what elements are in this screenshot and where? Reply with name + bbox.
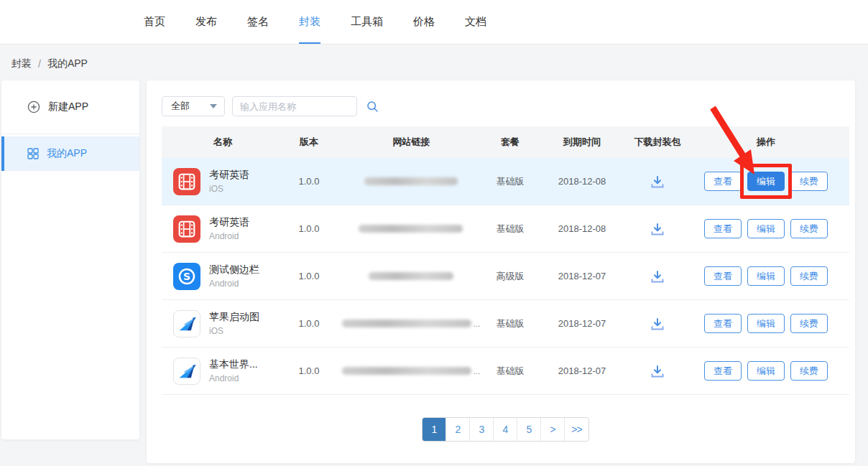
renew-button[interactable]: 续费 (790, 266, 828, 286)
grid-icon (27, 148, 39, 159)
renew-button[interactable]: 续费 (790, 314, 828, 333)
table-row[interactable]: S 测试侧边栏 Android 1.0.0 高级版 2018-12-07 (162, 253, 849, 300)
renew-button[interactable]: 续费 (790, 172, 828, 191)
search-icon[interactable] (366, 101, 379, 113)
renew-button[interactable]: 续费 (790, 219, 828, 238)
edit-button[interactable]: 编辑 (747, 361, 785, 381)
table-column-header: 版本 (284, 136, 334, 149)
s-browser-app-icon: S (173, 263, 200, 290)
view-button[interactable]: 查看 (704, 314, 742, 333)
table-column-header: 套餐 (489, 136, 532, 149)
app-platform: iOS (209, 326, 259, 336)
edit-button[interactable]: 编辑 (747, 172, 785, 191)
nav-tab-label: 发布 (195, 15, 217, 29)
app-name-cell: 考研英语 Android (162, 215, 284, 243)
download-icon[interactable] (650, 222, 665, 236)
renew-button[interactable]: 续费 (790, 361, 828, 381)
masked-url-trail: ... (473, 366, 480, 376)
sidebar-item-my-app[interactable]: 我的APP (1, 136, 139, 171)
version-cell: 1.0.0 (284, 223, 334, 234)
edit-button-highlight-box: 编辑 (747, 314, 785, 333)
app-name: 考研英语 (209, 216, 249, 229)
app-platform: Android (209, 279, 259, 289)
view-button[interactable]: 查看 (704, 266, 742, 286)
search-input[interactable] (240, 101, 366, 112)
download-icon[interactable] (650, 364, 665, 378)
top-navigation: 首页 发布 签名 封装 工具箱 价格 文档 (0, 0, 868, 45)
view-button[interactable]: 查看 (704, 172, 742, 191)
version-cell: 1.0.0 (284, 271, 334, 281)
pagination-page-button[interactable]: 1 (423, 418, 446, 441)
main-panel: 全部 名称版本网站链接套餐到期时间下载封装包操作 (147, 80, 855, 463)
filter-dropdown-value: 全部 (171, 100, 190, 113)
nav-tab[interactable]: 工具箱 (351, 0, 383, 44)
edit-button-highlight-box: 编辑 (740, 164, 792, 199)
app-platform: iOS (209, 184, 249, 194)
version-cell: 1.0.0 (284, 176, 334, 187)
app-name-block: 测试侧边栏 Android (209, 264, 259, 289)
pagination-page-button[interactable]: 2 (446, 418, 470, 441)
table-row[interactable]: 基本世界... Android 1.0.0 ... 基础版 2018-12-07… (162, 348, 849, 395)
filter-dropdown[interactable]: 全部 (162, 96, 225, 116)
app-platform: Android (209, 373, 258, 383)
nav-tab[interactable]: 文档 (465, 0, 486, 44)
film-app-icon (173, 215, 200, 243)
app-name: 基本世界... (209, 358, 258, 371)
actions-cell: 查看 编辑 续费 (683, 172, 849, 191)
pagination-page-button[interactable]: 4 (494, 418, 517, 441)
table-row[interactable]: 考研英语 Android 1.0.0 基础版 2018-12-08 查看 编辑 (162, 205, 849, 253)
download-icon[interactable] (650, 174, 665, 189)
edit-button-highlight-box: 编辑 (747, 219, 785, 238)
breadcrumb-item-package[interactable]: 封装 (11, 57, 32, 70)
view-button[interactable]: 查看 (704, 219, 742, 238)
edit-button[interactable]: 编辑 (747, 266, 785, 286)
app-name-cell: 基本世界... Android (162, 358, 284, 385)
app-name: 测试侧边栏 (209, 264, 259, 276)
view-button[interactable]: 查看 (704, 361, 742, 381)
package-cell: 基础版 (489, 175, 532, 188)
table-body: 考研英语 iOS 1.0.0 基础版 2018-12-08 查看 编辑 (162, 158, 849, 395)
download-icon[interactable] (650, 269, 665, 284)
edit-button-highlight-box: 编辑 (747, 361, 785, 381)
edit-button[interactable]: 编辑 (747, 314, 785, 333)
breadcrumb-separator: / (38, 58, 41, 70)
pagination-page-button[interactable]: 5 (517, 418, 541, 441)
paper-bird-app-icon (173, 358, 200, 385)
pagination-next-button[interactable]: > (541, 418, 565, 441)
breadcrumb: 封装 / 我的APP (11, 57, 88, 70)
nav-tab-label: 工具箱 (351, 15, 383, 29)
pagination: 12345 > >> (162, 417, 849, 442)
svg-text:S: S (183, 271, 190, 282)
actions-cell: 查看 编辑 续费 (683, 219, 849, 238)
table-row[interactable]: 苹果启动图 iOS 1.0.0 ... 基础版 2018-12-07 查看 编辑 (162, 300, 849, 348)
chevron-down-icon (210, 104, 217, 108)
nav-tab[interactable]: 首页 (144, 0, 165, 44)
pagination-page-button[interactable]: 3 (470, 418, 494, 441)
sidebar-item-new-app[interactable]: 新建APP (1, 80, 139, 134)
nav-tab[interactable]: 发布 (195, 0, 217, 44)
nav-tab-label: 首页 (144, 15, 165, 29)
edit-button-highlight-box: 编辑 (747, 266, 785, 286)
app-name: 苹果启动图 (209, 311, 259, 324)
app-name: 考研英语 (209, 169, 249, 182)
nav-tab[interactable]: 价格 (413, 0, 435, 44)
film-app-icon (173, 168, 200, 195)
table-column-header: 下载封装包 (632, 136, 683, 149)
nav-tab-label: 封装 (299, 15, 320, 29)
nav-tab[interactable]: 签名 (247, 0, 269, 44)
pagination-last-button[interactable]: >> (565, 418, 588, 441)
app-name-cell: 考研英语 iOS (162, 168, 284, 195)
url-cell (334, 225, 489, 233)
toolbar: 全部 (162, 96, 855, 116)
app-table: 名称版本网站链接套餐到期时间下载封装包操作 考研英语 (162, 126, 849, 395)
edit-button[interactable]: 编辑 (747, 219, 785, 238)
paper-bird-app-icon (173, 310, 200, 337)
table-column-header: 到期时间 (532, 136, 632, 149)
download-icon[interactable] (650, 317, 665, 331)
app-name-cell: 苹果启动图 iOS (162, 310, 284, 337)
download-cell (632, 364, 683, 378)
package-cell: 高级版 (489, 270, 532, 283)
nav-tab[interactable]: 封装 (299, 0, 320, 44)
table-row[interactable]: 考研英语 iOS 1.0.0 基础版 2018-12-08 查看 编辑 (162, 158, 849, 205)
app-platform: Android (209, 231, 249, 241)
